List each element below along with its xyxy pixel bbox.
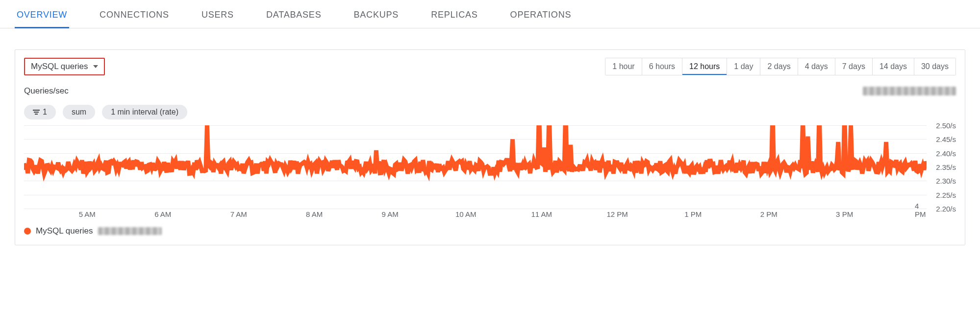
x-tick: 1 PM — [684, 210, 702, 218]
aggregation-label: sum — [72, 108, 86, 117]
legend-series-name: MySQL queries — [36, 226, 93, 236]
x-tick: 2 PM — [760, 210, 778, 218]
x-tick: 6 AM — [154, 210, 171, 218]
panel-top-row: MySQL queries 1 hour6 hours12 hours1 day… — [24, 58, 956, 75]
y-tick: 2.50/s — [936, 121, 956, 130]
y-tick: 2.25/s — [936, 190, 956, 199]
y-tick: 2.35/s — [936, 163, 956, 171]
filter-count: 1 — [43, 108, 47, 117]
x-tick: 8 AM — [306, 210, 323, 218]
x-tick: 4 PM — [915, 202, 926, 218]
tab-operations[interactable]: OPERATIONS — [508, 2, 574, 28]
x-tick: 12 PM — [606, 210, 628, 218]
series-line — [24, 125, 927, 174]
chip-row: 1 sum 1 min interval (rate) — [24, 105, 956, 119]
range-6-hours[interactable]: 6 hours — [642, 58, 682, 75]
resource-id-redacted — [863, 87, 956, 95]
tab-users[interactable]: USERS — [200, 2, 236, 28]
x-tick: 7 AM — [230, 210, 247, 218]
tab-databases[interactable]: DATABASES — [264, 2, 324, 28]
metric-selector[interactable]: MySQL queries — [24, 58, 105, 75]
legend-resource-redacted — [98, 227, 162, 235]
tab-backups[interactable]: BACKUPS — [352, 2, 401, 28]
chart-area: 2.50/s2.45/s2.40/s2.35/s2.30/s2.25/s2.20… — [24, 125, 956, 218]
tab-connections[interactable]: CONNECTIONS — [98, 2, 171, 28]
legend-color-dot — [24, 228, 31, 235]
y-tick: 2.30/s — [936, 177, 956, 185]
range-1-hour[interactable]: 1 hour — [605, 58, 641, 75]
y-tick: 2.40/s — [936, 149, 956, 157]
filter-chip[interactable]: 1 — [24, 105, 56, 119]
y-axis-labels: 2.50/s2.45/s2.40/s2.35/s2.30/s2.25/s2.20… — [929, 125, 956, 209]
range-7-days[interactable]: 7 days — [835, 58, 872, 75]
interval-label: 1 min interval (rate) — [111, 108, 178, 117]
x-tick: 9 AM — [382, 210, 399, 218]
tab-replicas[interactable]: REPLICAS — [429, 2, 479, 28]
tab-overview[interactable]: OVERVIEW — [15, 2, 69, 28]
x-tick: 11 AM — [531, 210, 552, 218]
range-2-days[interactable]: 2 days — [760, 58, 797, 75]
chart-line-svg — [24, 125, 927, 209]
interval-chip[interactable]: 1 min interval (rate) — [102, 105, 187, 119]
x-tick: 5 AM — [79, 210, 96, 218]
chart-panel: MySQL queries 1 hour6 hours12 hours1 day… — [15, 49, 965, 245]
x-axis-labels: 5 AM6 AM7 AM8 AM9 AM10 AM11 AM12 PM1 PM2… — [24, 209, 927, 218]
range-14-days[interactable]: 14 days — [872, 58, 914, 75]
metric-selector-label: MySQL queries — [31, 62, 88, 71]
chevron-down-icon — [93, 65, 98, 68]
nav-tabs: OVERVIEWCONNECTIONSUSERSDATABASESBACKUPS… — [0, 0, 980, 28]
aggregation-chip[interactable]: sum — [63, 105, 95, 119]
filter-icon — [33, 110, 40, 115]
range-4-days[interactable]: 4 days — [798, 58, 835, 75]
range-12-hours[interactable]: 12 hours — [682, 58, 727, 75]
y-tick: 2.45/s — [936, 135, 956, 143]
x-tick: 10 AM — [455, 210, 477, 218]
x-tick: 3 PM — [836, 210, 853, 218]
y-axis-title: Queries/sec — [24, 86, 69, 96]
legend: MySQL queries — [24, 226, 956, 236]
range-1-day[interactable]: 1 day — [727, 58, 760, 75]
range-30-days[interactable]: 30 days — [914, 58, 955, 75]
y-tick: 2.20/s — [936, 205, 956, 213]
chart-title-row: Queries/sec — [24, 86, 956, 96]
time-range-group: 1 hour6 hours12 hours1 day2 days4 days7 … — [605, 58, 956, 75]
